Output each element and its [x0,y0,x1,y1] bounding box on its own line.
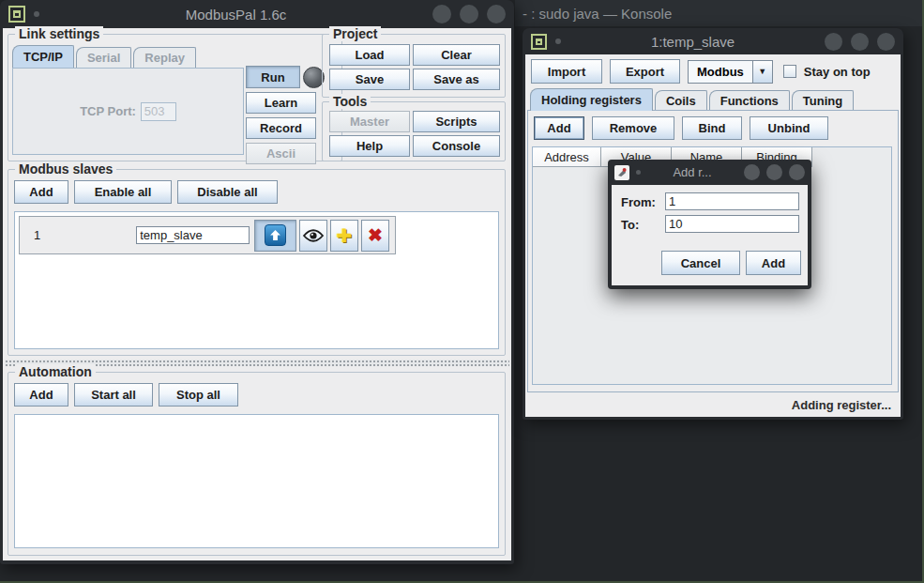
stay-on-top-label: Stay on top [804,65,871,79]
automation-title: Automation [15,364,96,379]
slave-titlebar: 1:temp_slave [523,28,903,54]
stop-all-button[interactable]: Stop all [159,383,238,407]
tab-replay[interactable]: Replay [133,47,196,68]
slave-add-button[interactable]: Add [14,180,68,204]
slave-row: 1 ✚ ✖ [19,216,396,254]
automation-add-button[interactable]: Add [14,383,68,407]
konsole-title: - : sudo java — Konsole [523,6,672,22]
java-app-icon [614,165,629,180]
save-button[interactable]: Save [329,69,410,90]
scripts-button[interactable]: Scripts [413,111,500,132]
status-text: Adding register... [792,398,891,412]
minimize-button[interactable] [744,164,760,180]
modbuspal-body: Link settings TCP/IP Serial Replay TCP P… [3,28,511,560]
minimize-button[interactable] [432,5,451,23]
tab-coils[interactable]: Coils [655,90,707,111]
tab-tcpip[interactable]: TCP/IP [12,45,74,68]
minimize-button[interactable] [825,33,842,51]
clear-button[interactable]: Clear [413,44,500,66]
enable-all-button[interactable]: Enable all [74,180,172,204]
register-unbind-button[interactable]: Unbind [750,116,828,140]
menu-dot-icon [34,11,39,17]
from-input[interactable] [665,192,799,210]
maximize-button[interactable] [851,33,869,51]
menu-dot-icon [636,170,641,175]
add-registers-dialog: Add r... From: To: Cancel Add [608,160,811,289]
tab-holding-registers[interactable]: Holding registers [530,88,653,111]
help-button[interactable]: Help [329,135,410,157]
automation-list [14,414,499,548]
ascii-button[interactable]: Ascii [246,143,316,164]
tcp-port-label: TCP Port: [80,104,136,118]
tcpip-panel: TCP Port: [12,68,244,155]
window-title: 1:temp_slave [569,34,816,50]
link-settings-title: Link settings [15,26,103,41]
slave-tabs: Holding registers Coils Functions Tuning [530,88,856,111]
link-settings-group: Link settings TCP/IP Serial Replay TCP P… [8,34,342,161]
close-button[interactable] [877,33,895,51]
from-label: From: [621,195,656,209]
modbuspal-titlebar: ModbusPal 1.6c [0,0,514,28]
slave-toolbar: Import Export Modbus ▼ Stay on top [531,59,871,84]
import-button[interactable]: Import [531,59,602,84]
record-button[interactable]: Record [246,117,316,139]
slave-list: 1 ✚ ✖ [14,211,499,349]
project-group: Project Load Clear Save Save as [322,34,506,98]
column-header-address[interactable]: Address [533,147,601,167]
automation-group: Automation Add Start all Stop all [8,372,506,556]
tab-serial[interactable]: Serial [76,47,131,68]
stay-on-top-checkbox[interactable] [783,65,796,78]
register-add-button[interactable]: Add [534,116,584,140]
link-tabs: TCP/IP Serial Replay [12,45,198,68]
export-button[interactable]: Export [610,59,680,84]
save-as-button[interactable]: Save as [413,69,500,90]
slave-name-input[interactable] [136,226,250,244]
modbuspal-window: ModbusPal 1.6c Link settings TCP/IP Seri… [0,0,514,564]
register-bind-button[interactable]: Bind [682,116,742,140]
tools-group: Tools Master Scripts Help Console [322,101,506,161]
project-title: Project [329,26,381,41]
maximize-button[interactable] [460,5,478,23]
slave-id: 1 [34,228,40,242]
modbus-slaves-group: Modbus slaves Add Enable all Disable all… [8,169,506,356]
dialog-add-button[interactable]: Add [746,251,801,275]
learn-button[interactable]: Learn [246,92,316,114]
up-arrow-icon [265,224,286,246]
to-label: To: [621,218,639,232]
status-bar: Adding register... [525,393,901,417]
dialog-title: Add r... [647,165,737,179]
dialog-titlebar: Add r... [608,160,811,185]
column-header-filler [812,147,891,167]
slave-add-registers-button[interactable]: ✚ [330,220,358,252]
disable-all-button[interactable]: Disable all [177,180,278,204]
dialog-body: From: To: Cancel Add [612,185,808,285]
maximize-button[interactable] [766,164,782,180]
run-button[interactable]: Run [246,66,300,88]
chevron-down-icon: ▼ [752,61,772,83]
register-remove-button[interactable]: Remove [592,116,674,140]
tcp-port-input[interactable] [141,102,176,121]
tab-functions[interactable]: Functions [709,90,790,111]
mode-combobox[interactable]: Modbus ▼ [688,60,773,84]
tools-title: Tools [329,94,371,109]
x-icon: ✖ [368,224,383,246]
tab-tuning[interactable]: Tuning [792,90,854,111]
app-icon [8,6,25,23]
close-button[interactable] [487,5,506,23]
menu-dot-icon [555,38,561,44]
close-button[interactable] [789,164,805,180]
console-button[interactable]: Console [413,135,500,157]
dialog-cancel-button[interactable]: Cancel [661,251,740,275]
load-button[interactable]: Load [329,44,410,66]
plus-icon: ✚ [337,224,353,247]
modbus-slaves-title: Modbus slaves [15,161,116,176]
slave-enable-toggle[interactable] [254,220,296,252]
to-input[interactable] [665,215,799,233]
combobox-value: Modbus [689,61,752,83]
start-all-button[interactable]: Start all [74,383,153,407]
window-title: ModbusPal 1.6c [48,7,424,23]
eye-icon [302,228,325,243]
master-button[interactable]: Master [329,111,410,132]
slave-view-button[interactable] [299,220,327,252]
slave-delete-button[interactable]: ✖ [361,220,389,252]
